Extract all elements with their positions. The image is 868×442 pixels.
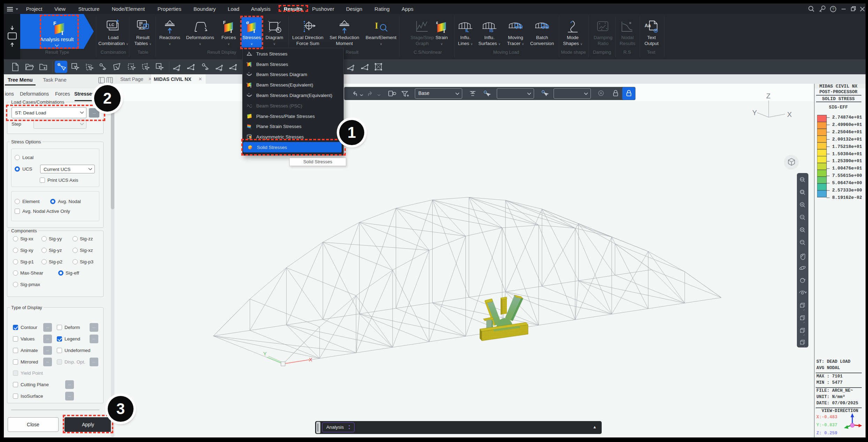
svg-text:I: I bbox=[250, 85, 251, 88]
svg-text:Y: Y bbox=[263, 351, 267, 357]
svg-text:X: X bbox=[787, 111, 792, 118]
svg-text:σ: σ bbox=[248, 72, 250, 74]
svg-text:σ: σ bbox=[246, 61, 248, 63]
svg-text:.: . bbox=[251, 127, 251, 129]
svg-text:σ: σ bbox=[248, 92, 250, 94]
svg-text:I: I bbox=[250, 64, 251, 67]
svg-text:Z: Z bbox=[766, 92, 770, 100]
svg-text:σ: σ bbox=[248, 51, 250, 53]
svg-text:σ: σ bbox=[246, 82, 248, 84]
svg-text:Y: Y bbox=[752, 109, 757, 117]
svg-text:X: X bbox=[309, 357, 312, 362]
